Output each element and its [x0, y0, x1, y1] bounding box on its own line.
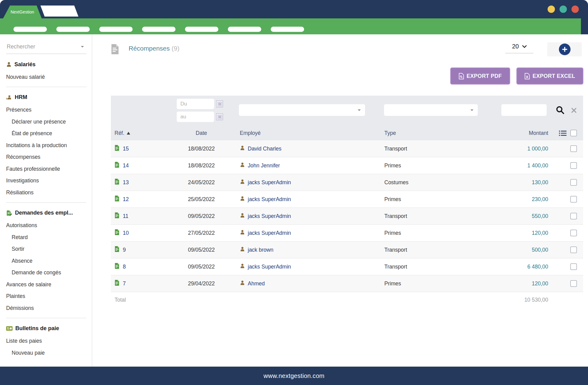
- calendar-picker-button[interactable]: [216, 101, 223, 107]
- brand-tab[interactable]: NextGestion: [3, 6, 42, 18]
- sidebar-search-select[interactable]: Rechercher: [6, 42, 86, 54]
- reward-type: Primes: [381, 280, 504, 287]
- reward-ref-link[interactable]: 12: [123, 196, 129, 203]
- sidebar-item[interactable]: Sortir: [6, 243, 86, 255]
- window-dot-red[interactable]: [571, 6, 579, 13]
- row-checkbox[interactable]: [570, 246, 577, 253]
- select-all-checkbox[interactable]: [570, 130, 577, 136]
- nav-item-placeholder[interactable]: [228, 27, 261, 32]
- row-checkbox[interactable]: [570, 196, 577, 203]
- window-dot-teal[interactable]: [560, 6, 567, 13]
- reward-amount: 120,00: [504, 230, 551, 236]
- sidebar-item[interactable]: Avances de salaire: [6, 279, 86, 291]
- column-header-date[interactable]: Date: [173, 130, 237, 136]
- employee-link[interactable]: Ahmed: [248, 280, 265, 287]
- amount-filter-input[interactable]: [501, 104, 547, 116]
- sidebar-item[interactable]: Récompenses: [6, 151, 86, 163]
- type-filter-select[interactable]: [384, 104, 478, 116]
- sidebar-item[interactable]: Absence: [6, 255, 86, 267]
- reward-amount: 1 400,00: [504, 162, 551, 169]
- table-row: 9 09/05/2022 jack brown Transport 500,00: [111, 242, 583, 258]
- reward-ref-link[interactable]: 13: [123, 179, 129, 186]
- date-to-input[interactable]: [177, 112, 214, 122]
- add-button-container: [547, 42, 582, 56]
- sidebar-section-header[interactable]: Demandes des empl...: [6, 206, 86, 220]
- row-checkbox[interactable]: [570, 162, 577, 169]
- export-pdf-button[interactable]: EXPORT PDF: [450, 67, 510, 85]
- row-checkbox[interactable]: [570, 213, 577, 219]
- nav-item-placeholder[interactable]: [142, 27, 175, 32]
- sidebar-item[interactable]: Liste des paies: [6, 335, 86, 347]
- employee-link[interactable]: jacks SuperAdmin: [248, 196, 291, 203]
- column-header-type[interactable]: Type: [381, 130, 504, 136]
- employee-link[interactable]: jack brown: [248, 247, 273, 253]
- row-checkbox[interactable]: [570, 230, 577, 236]
- nav-item-placeholder[interactable]: [99, 27, 133, 32]
- employee-link[interactable]: John Jennifer: [248, 162, 280, 169]
- page-size-select[interactable]: 20: [505, 43, 533, 53]
- sidebar-item[interactable]: Nouveau paie: [6, 347, 86, 359]
- sidebar-item[interactable]: Présences: [6, 104, 86, 116]
- reward-type: Transport: [381, 213, 504, 219]
- employee-link[interactable]: jacks SuperAdmin: [248, 230, 291, 236]
- table-row: 12 25/05/2022 jacks SuperAdmin Primes 23…: [111, 191, 583, 208]
- main-nav-bar: [0, 18, 588, 34]
- sidebar-item[interactable]: Nouveau salarié: [6, 71, 86, 83]
- reward-ref-link[interactable]: 9: [123, 247, 126, 253]
- sidebar-item[interactable]: Incitations à la production: [6, 139, 86, 151]
- employee-link[interactable]: jacks SuperAdmin: [248, 179, 291, 186]
- column-header-employee[interactable]: Employé: [237, 130, 381, 136]
- sidebar-item[interactable]: État de présence: [6, 128, 86, 140]
- export-excel-button[interactable]: EXPORT EXCEL: [516, 67, 583, 85]
- nav-item-placeholder[interactable]: [13, 27, 47, 32]
- row-checkbox[interactable]: [570, 145, 577, 152]
- sidebar-item[interactable]: Déclarer une présence: [6, 116, 86, 128]
- sidebar-item[interactable]: Fautes professionnelle: [6, 163, 86, 175]
- sidebar-item[interactable]: Autorisations: [6, 220, 86, 232]
- reward-ref-link[interactable]: 8: [123, 264, 126, 270]
- sidebar-item[interactable]: Retard: [6, 231, 86, 243]
- row-checkbox[interactable]: [570, 280, 577, 287]
- column-header-amount[interactable]: Montant: [504, 130, 551, 136]
- sidebar-divider: [6, 318, 86, 318]
- nav-item-placeholder[interactable]: [271, 27, 304, 32]
- row-checkbox[interactable]: [570, 263, 577, 270]
- reward-doc-icon: [115, 263, 119, 270]
- reward-ref-link[interactable]: 11: [123, 213, 128, 219]
- sidebar-section-header[interactable]: HRM: [6, 91, 86, 104]
- column-settings-button[interactable]: [559, 130, 567, 136]
- browser-topbar: NextGestion: [0, 0, 588, 18]
- reward-doc-icon: [115, 179, 119, 186]
- browser-tab-placeholder[interactable]: [40, 6, 78, 17]
- employee-link[interactable]: David Charles: [248, 146, 281, 152]
- sidebar-section-header[interactable]: Salariés: [6, 58, 86, 71]
- calendar-picker-button[interactable]: [216, 113, 223, 120]
- date-from-input[interactable]: [177, 99, 214, 109]
- employee-link[interactable]: jacks SuperAdmin: [248, 264, 291, 270]
- clear-filter-button[interactable]: [570, 106, 578, 115]
- reward-ref-link[interactable]: 15: [123, 146, 129, 152]
- employee-filter-select[interactable]: [239, 104, 365, 116]
- nav-item-placeholder[interactable]: [185, 27, 218, 32]
- sidebar-item[interactable]: Demande de congés: [6, 267, 86, 279]
- nav-item-placeholder[interactable]: [56, 27, 90, 32]
- row-checkbox[interactable]: [570, 179, 577, 186]
- column-header-ref[interactable]: Réf.: [111, 130, 173, 136]
- sidebar-item[interactable]: Démissions: [6, 302, 86, 314]
- employee-link[interactable]: jacks SuperAdmin: [248, 213, 291, 219]
- add-button[interactable]: [559, 44, 571, 55]
- reward-date: 18/08/2022: [173, 162, 237, 169]
- reward-ref-link[interactable]: 10: [123, 230, 129, 236]
- reward-ref-link[interactable]: 14: [123, 162, 129, 169]
- window-dot-yellow[interactable]: [548, 6, 555, 13]
- sidebar-item[interactable]: Investigations: [6, 175, 86, 187]
- search-button[interactable]: [555, 105, 565, 115]
- sidebar-item[interactable]: Plaintes: [6, 291, 86, 303]
- sidebar-section-header[interactable]: Bulletins de paie: [6, 322, 86, 335]
- reward-ref-link[interactable]: 7: [123, 280, 126, 287]
- sidebar-item[interactable]: Résiliations: [6, 187, 86, 199]
- calendar-grid-icon: [217, 102, 222, 106]
- reward-date: 27/05/2022: [173, 230, 237, 236]
- users-icon: [6, 95, 12, 100]
- search-icon: [556, 105, 565, 115]
